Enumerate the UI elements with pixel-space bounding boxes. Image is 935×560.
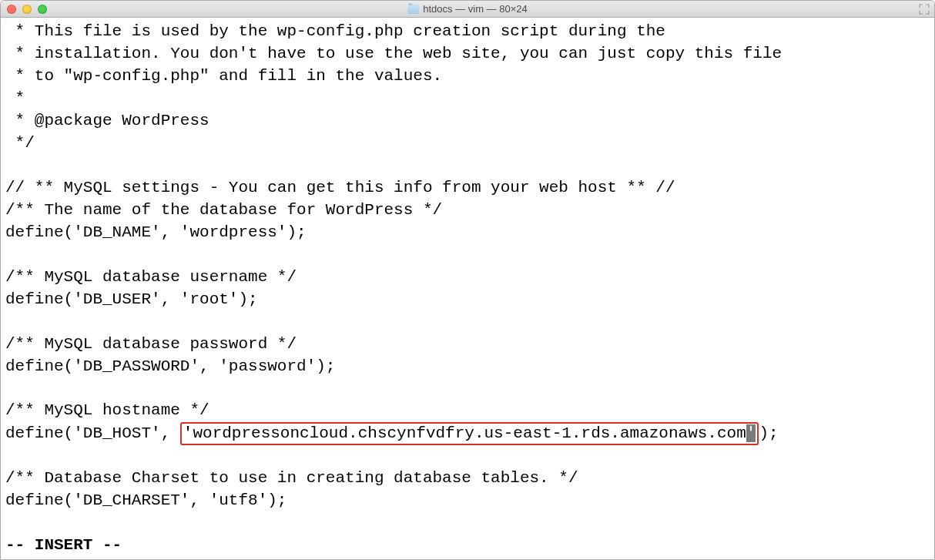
highlighted-host: 'wordpressoncloud.chscynfvdfry.us-east-1… [180, 422, 759, 444]
code-line: define('DB_CHARSET', 'utf8'); [5, 491, 287, 509]
code-line: * @package WordPress [5, 112, 209, 129]
code-line: * to "wp-config.php" and fill in the val… [5, 67, 442, 85]
traffic-lights [1, 5, 47, 14]
code-line: * [5, 89, 25, 107]
expand-icon[interactable] [919, 4, 930, 15]
code-line: define('DB_USER', 'root'); [5, 290, 258, 308]
minimize-icon[interactable] [22, 5, 32, 14]
host-text: 'wordpressoncloud.chscynfvdfry.us-east-1… [183, 424, 746, 442]
maximize-icon[interactable] [38, 5, 47, 14]
title-folder: htdocs [423, 3, 452, 15]
titlebar[interactable]: htdocs — vim — 80×24 [1, 1, 934, 18]
code-line: * This file is used by the wp-config.php… [5, 22, 665, 40]
code-line: /** MySQL hostname */ [5, 401, 209, 419]
code-line-part: define('DB_HOST', [5, 424, 180, 442]
close-icon[interactable] [7, 5, 16, 14]
vim-mode-status: -- INSERT -- [5, 536, 122, 554]
code-line: define('DB_PASSWORD', 'password'); [5, 357, 335, 375]
terminal-window: htdocs — vim — 80×24 * This file is used… [0, 0, 935, 560]
window-title: htdocs — vim — 80×24 [407, 3, 528, 15]
code-line: /** MySQL database password */ [5, 335, 297, 353]
title-rest: — vim — 80×24 [453, 3, 528, 15]
code-line: /** MySQL database username */ [5, 268, 297, 286]
code-line: // ** MySQL settings - You can get this … [5, 179, 675, 196]
code-line: * installation. You don't have to use th… [5, 45, 782, 62]
folder-icon [407, 5, 419, 14]
code-line: /** The name of the database for WordPre… [5, 201, 442, 219]
code-line: define('DB_NAME', 'wordpress'); [5, 223, 307, 241]
cursor: ' [746, 424, 756, 442]
code-line: */ [5, 134, 35, 152]
code-line: /** Database Charset to use in creating … [5, 469, 578, 487]
editor-content[interactable]: * This file is used by the wp-config.php… [1, 18, 934, 559]
code-line-part: ); [759, 424, 778, 442]
